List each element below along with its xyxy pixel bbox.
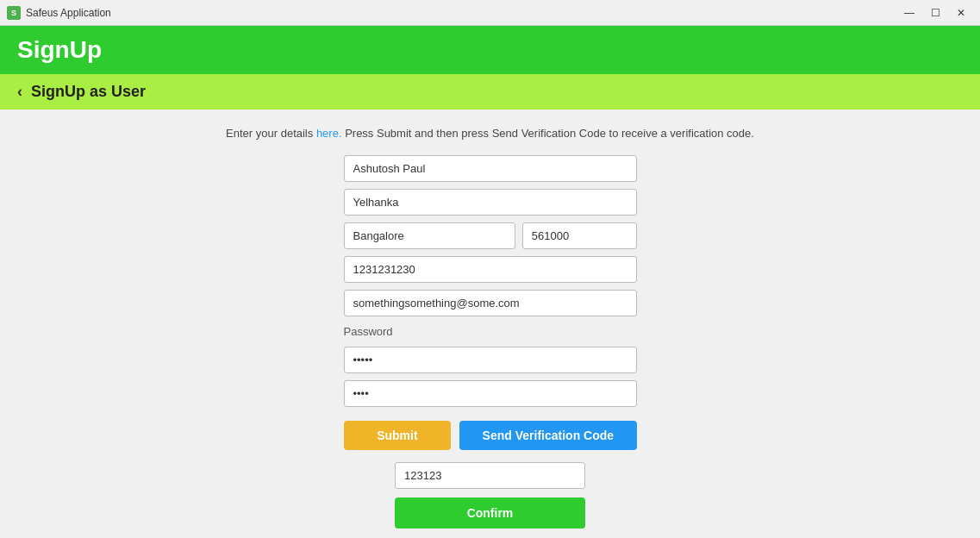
send-verification-code-button[interactable]: Send Verification Code — [459, 421, 636, 450]
app-title: Safeus Application — [26, 7, 111, 19]
close-button[interactable]: ✕ — [949, 4, 973, 22]
confirm-password-input[interactable] — [344, 380, 637, 407]
sub-header: ‹ SignUp as User — [0, 74, 980, 109]
verification-code-input[interactable] — [395, 462, 585, 489]
app-header-title: SignUp — [17, 36, 963, 64]
password-label: Password — [344, 325, 393, 338]
sub-header-title: SignUp as User — [31, 83, 146, 101]
title-bar: S Safeus Application — ☐ ✕ — [0, 0, 980, 26]
confirm-button[interactable]: Confirm — [395, 497, 585, 529]
address-input[interactable] — [344, 189, 637, 216]
buttons-row: Submit Send Verification Code — [344, 421, 637, 450]
instruction-suffix: Press Submit and then press Send Verific… — [342, 127, 754, 140]
zip-input[interactable] — [522, 222, 637, 249]
maximize-button[interactable]: ☐ — [923, 4, 947, 22]
city-input[interactable] — [344, 222, 515, 249]
title-bar-controls: — ☐ ✕ — [897, 4, 973, 22]
instruction-text: Enter your details here. Press Submit an… — [197, 127, 783, 140]
app-icon: S — [7, 6, 21, 20]
minimize-button[interactable]: — — [897, 4, 921, 22]
email-input[interactable] — [344, 290, 637, 316]
verification-section: Confirm — [344, 462, 637, 529]
name-input[interactable] — [344, 155, 637, 182]
back-arrow-icon[interactable]: ‹ — [17, 83, 22, 101]
instruction-highlight: here. — [316, 127, 342, 140]
password-input[interactable] — [344, 347, 637, 373]
city-zip-row — [344, 222, 637, 249]
form-container: Password Submit Send Verification Code — [344, 155, 637, 450]
instruction-prefix: Enter your details — [226, 127, 316, 140]
phone-input[interactable] — [344, 256, 637, 283]
title-bar-left: S Safeus Application — [7, 6, 111, 20]
main-content: Enter your details here. Press Submit an… — [0, 109, 980, 538]
submit-button[interactable]: Submit — [344, 421, 452, 450]
app-header: SignUp — [0, 26, 980, 74]
